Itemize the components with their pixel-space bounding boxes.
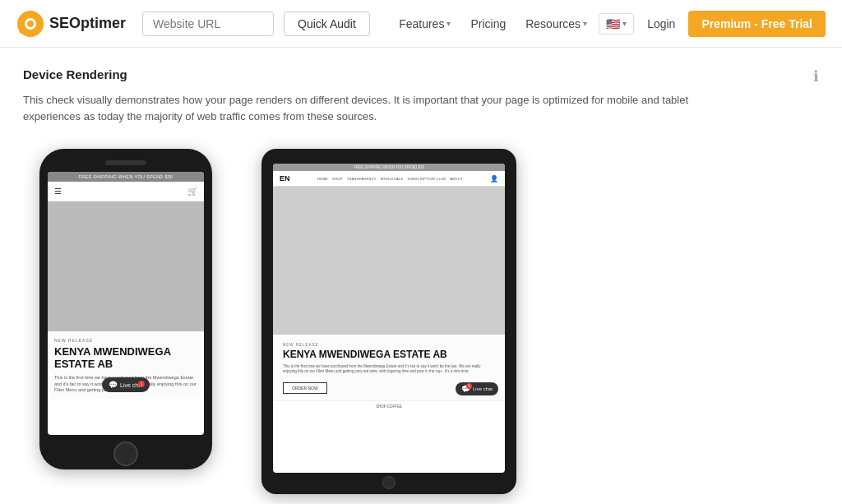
flag-icon: 🇺🇸	[606, 17, 620, 30]
phone-home-button	[113, 442, 138, 466]
svg-rect-4	[30, 32, 32, 36]
svg-rect-3	[30, 12, 32, 16]
navbar: SEOptimer Quick Audit Features ▾ Pricing…	[0, 0, 842, 48]
phone-speaker	[105, 160, 146, 165]
premium-button[interactable]: Premium - Free Trial	[688, 11, 826, 37]
phone-content-area: NEW RELEASE KENYA MWENDIWEGA ESTATE AB T…	[48, 201, 204, 399]
main-content: Device Rendering ℹ This check visually d…	[0, 48, 842, 504]
nav-links: Features ▾ Pricing Resources ▾ 🇺🇸 ▾ Logi…	[391, 11, 826, 37]
tablet-nav-subscription: SUBSCRIPTION CLUB	[407, 177, 446, 181]
resources-chevron-icon: ▾	[583, 19, 587, 28]
pricing-nav-link[interactable]: Pricing	[462, 12, 514, 35]
features-chevron-icon: ▾	[446, 19, 451, 28]
tablet-nav-shop: SHOP	[332, 177, 343, 181]
info-icon[interactable]: ℹ	[813, 67, 819, 86]
tablet-device: FREE SHIPPING WHEN YOU SPEND $30 EN HOME…	[261, 149, 516, 494]
flag-chevron-icon: ▾	[622, 19, 627, 28]
svg-rect-6	[39, 22, 43, 25]
logo-text: SEOptimer	[49, 15, 126, 32]
tablet-nav-bar: EN HOME SHOP TRANSPARENCY WHOLESALE SUBS…	[273, 171, 505, 187]
tablet-nav-home: HOME	[317, 177, 328, 181]
svg-rect-5	[18, 22, 22, 25]
phone-new-release-label: NEW RELEASE	[54, 338, 197, 343]
tablet-product-name: KENYA MWENDIWEGA ESTATE AB	[283, 349, 495, 360]
language-selector[interactable]: 🇺🇸 ▾	[599, 13, 634, 35]
devices-container: FREE SHIPPING WHEN YOU SPEND $30 ☰ 🛒 NEW…	[23, 149, 819, 494]
login-button[interactable]: Login	[637, 12, 685, 35]
logo-link[interactable]: SEOptimer	[16, 10, 126, 38]
tablet-chat-notification-dot: 1	[466, 383, 472, 389]
tablet-frame: FREE SHIPPING WHEN YOU SPEND $30 EN HOME…	[261, 149, 516, 494]
tablet-banner: FREE SHIPPING WHEN YOU SPEND $30	[273, 164, 505, 171]
tablet-product-desc: This is the first time we have purchased…	[283, 364, 495, 376]
tablet-nav-about: ABOUT	[450, 177, 462, 181]
phone-frame: FREE SHIPPING WHEN YOU SPEND $30 ☰ 🛒 NEW…	[39, 149, 212, 469]
tablet-logo: EN	[280, 174, 290, 183]
tablet-home-button	[382, 476, 396, 489]
tablet-nav-items: HOME SHOP TRANSPARENCY WHOLESALE SUBSCRI…	[317, 177, 463, 181]
tablet-content-area: NEW RELEASE KENYA MWENDIWEGA ESTATE AB T…	[273, 187, 505, 400]
features-nav-link[interactable]: Features ▾	[391, 12, 459, 35]
phone-screen: FREE SHIPPING WHEN YOU SPEND $30 ☰ 🛒 NEW…	[48, 172, 204, 435]
phone-banner: FREE SHIPPING WHEN YOU SPEND $30	[48, 172, 204, 182]
quick-audit-button[interactable]: Quick Audit	[284, 12, 370, 36]
tablet-nav-transparency: TRANSPARENCY	[347, 177, 377, 181]
tablet-new-release-label: NEW RELEASE	[283, 343, 495, 347]
section-description: This check visually demonstrates how you…	[23, 92, 697, 124]
tablet-live-chat-widget[interactable]: 💬 1 Live chat	[456, 382, 498, 395]
phone-product-name: KENYA MWENDIWEGA ESTATE AB	[54, 345, 197, 371]
resources-nav-link[interactable]: Resources ▾	[517, 12, 595, 35]
tablet-screen: FREE SHIPPING WHEN YOU SPEND $30 EN HOME…	[273, 164, 505, 473]
url-input[interactable]	[142, 12, 274, 36]
phone-nav-bar: ☰ 🛒	[48, 182, 204, 201]
logo-icon	[16, 10, 44, 38]
tablet-nav-wholesale: WHOLESALE	[381, 177, 404, 181]
phone-live-chat-widget[interactable]: 💬 Live chat 1	[102, 377, 150, 392]
section-title: Device Rendering	[23, 67, 127, 81]
tablet-user-icon: 👤	[490, 175, 498, 183]
tablet-footer: SHOP COFFEE	[273, 400, 505, 412]
tablet-live-chat-label: Live chat	[473, 386, 493, 391]
cart-icon: 🛒	[187, 187, 197, 196]
phone-device: FREE SHIPPING WHEN YOU SPEND $30 ☰ 🛒 NEW…	[39, 149, 212, 469]
tablet-chat-icon: 💬 1	[461, 385, 470, 393]
tablet-order-button[interactable]: ORDER NOW	[283, 382, 327, 394]
phone-chat-notification-dot: 1	[138, 381, 145, 387]
svg-point-2	[27, 21, 34, 27]
hamburger-icon: ☰	[54, 187, 62, 196]
section-header: Device Rendering ℹ	[23, 67, 819, 86]
phone-chat-icon: 💬	[109, 381, 118, 389]
